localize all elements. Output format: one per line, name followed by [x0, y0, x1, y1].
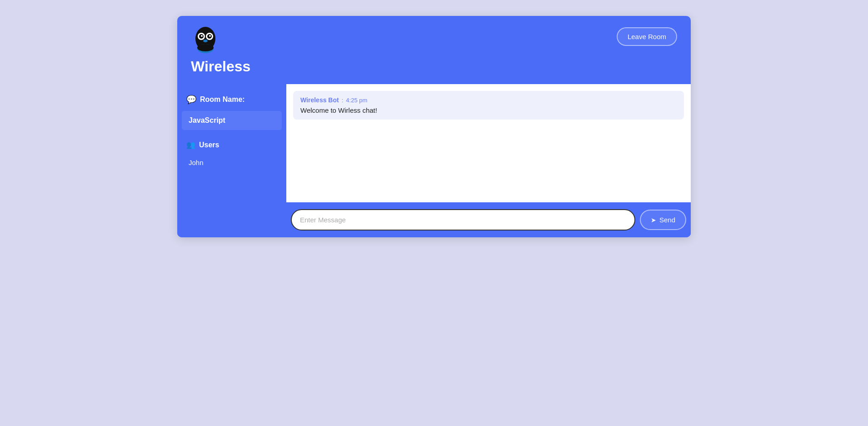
users-icon: 👥: [186, 140, 195, 149]
message-text: Welcome to Wirless chat!: [300, 106, 677, 114]
room-name-label: 💬 Room Name:: [182, 91, 282, 108]
svg-point-7: [203, 40, 208, 42]
app-title: Wireless: [191, 58, 250, 75]
svg-point-9: [197, 44, 214, 51]
chat-icon: 💬: [186, 95, 196, 105]
message-header: Wireless Bot : 4:25 pm: [300, 96, 677, 104]
message-sender: Wireless Bot: [300, 96, 339, 104]
header-left: Wireless: [191, 25, 250, 75]
leave-room-button[interactable]: Leave Room: [617, 27, 677, 46]
users-label: 👥 Users: [182, 137, 282, 153]
app-logo: [191, 25, 220, 55]
message-bubble: Wireless Bot : 4:25 pm Welcome to Wirles…: [293, 91, 684, 120]
svg-point-3: [201, 35, 203, 37]
header: Wireless Leave Room: [177, 16, 691, 84]
chat-area: Wireless Bot : 4:25 pm Welcome to Wirles…: [286, 84, 691, 237]
send-icon: ➤: [651, 216, 656, 224]
input-area: ➤ Send: [286, 202, 691, 237]
message-input[interactable]: [291, 209, 635, 231]
user-item-john: John: [182, 156, 282, 169]
svg-point-6: [209, 35, 211, 37]
room-item-javascript[interactable]: JavaScript: [182, 111, 282, 130]
main-body: 💬 Room Name: JavaScript 👥 Users John Wir…: [177, 84, 691, 237]
message-timestamp: 4:25 pm: [346, 97, 367, 104]
sidebar: 💬 Room Name: JavaScript 👥 Users John: [177, 84, 286, 237]
messages-container[interactable]: Wireless Bot : 4:25 pm Welcome to Wirles…: [286, 84, 691, 202]
message-time: :: [342, 97, 344, 104]
send-button[interactable]: ➤ Send: [640, 210, 686, 230]
app-container: Wireless Leave Room 💬 Room Name: JavaScr…: [177, 16, 691, 237]
send-label: Send: [659, 216, 675, 224]
